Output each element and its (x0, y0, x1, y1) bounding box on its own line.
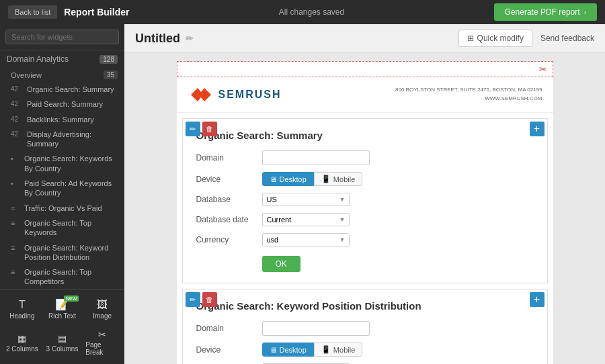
desktop-icon: 🖥 (270, 175, 277, 183)
mobile-icon: 📱 (321, 345, 331, 354)
sidebar-item-top-competitors[interactable]: ≡ Organic Search: Top Competitors (0, 265, 124, 289)
sidebar-section-domain-analytics[interactable]: Domain Analytics 128 (0, 50, 124, 68)
sidebar-item-paid-ad-keywords[interactable]: • Paid Search: Ad Keywords By Country (0, 176, 124, 201)
sidebar-item-paid-search-summary[interactable]: 42 Paid Search: Summary (0, 97, 124, 111)
widget-1-currency-select-wrap: usdeurgbp ▼ (262, 233, 350, 246)
widget-1-desktop-button[interactable]: 🖥 Desktop (262, 172, 314, 186)
sidebar: Domain Analytics 128 Overview 35 42 Orga… (0, 24, 124, 364)
widget-block-2: ✏ 🗑 + Organic Search: Keyword Position D… (182, 289, 548, 364)
widget-1-actions: ✏ 🗑 (186, 122, 217, 136)
item-label: Organic Search: Summary (27, 85, 114, 94)
quick-modify-button[interactable]: ⊞ Quick modify (458, 30, 532, 47)
sidebar-bottom-widgets: T Heading NEW 📝 Rich Text 🖼 Image ▦ 2 Co… (0, 289, 124, 364)
item-label: Organic Search: Top Keywords (24, 218, 118, 238)
back-to-list-button[interactable]: Back to list (8, 5, 57, 19)
widget-1-database-label: Database (196, 195, 257, 204)
widget-2-delete-button[interactable]: 🗑 (202, 292, 217, 307)
rich-text-widget-button[interactable]: NEW 📝 Rich Text (43, 294, 82, 324)
widget-2-add-button[interactable]: + (530, 292, 544, 307)
logo-svg (188, 85, 214, 104)
edit-title-icon[interactable]: ✏ (186, 33, 194, 44)
sidebar-item-keyword-position[interactable]: ≡ Organic Search: Keyword Position Distr… (0, 240, 124, 265)
three-columns-widget-button[interactable]: ▤ 3 Columns (43, 325, 82, 360)
widget-1-ok-button[interactable]: OK (262, 256, 300, 272)
item-label: Paid Search: Summary (27, 99, 103, 109)
widget-2-domain-row: Domain (196, 321, 534, 336)
item-label: Traffic: Organic Vs Paid (24, 203, 102, 213)
generate-pdf-button[interactable]: Generate PDF report › (494, 3, 597, 21)
canvas-area: ✂ SEMRUSH 800 BOYLSTON STREET, SUITE 247… (124, 53, 605, 364)
sidebar-subsection-overview[interactable]: Overview 35 (0, 68, 124, 82)
sidebar-item-backlinks-summary[interactable]: 42 Backlinks: Summary (0, 112, 124, 127)
quick-modify-icon: ⊞ (467, 34, 474, 43)
generate-label: Generate PDF report (505, 7, 580, 17)
widget-1-edit-button[interactable]: ✏ (186, 122, 200, 136)
domain-analytics-label: Domain Analytics (7, 54, 69, 64)
two-columns-widget-button[interactable]: ▦ 2 Columns (3, 325, 42, 360)
logo-section: SEMRUSH 800 BOYLSTON STREET, SUITE 2475,… (177, 77, 553, 113)
mobile-label: Mobile (333, 175, 355, 183)
overview-label: Overview (11, 71, 42, 79)
page-title: Untitled (135, 32, 180, 46)
sidebar-item-top-keywords[interactable]: ≡ Organic Search: Top Keywords (0, 216, 124, 240)
widget-block-1: ✏ 🗑 + Organic Search: Summary Domain (182, 118, 548, 283)
two-columns-label: 2 Columns (6, 345, 38, 353)
widget-1-database-select-wrap: USUKCA ▼ (262, 193, 350, 206)
widget-1-delete-button[interactable]: 🗑 (202, 122, 217, 136)
sidebar-item-organic-search-summary[interactable]: 42 Organic Search: Summary (0, 82, 124, 97)
widget-1-currency-row: Currency usdeurgbp ▼ (196, 233, 534, 246)
overview-count: 35 (104, 71, 118, 79)
image-widget-button[interactable]: 🖼 Image (83, 294, 122, 324)
widget-2-edit-button[interactable]: ✏ (186, 292, 200, 307)
item-label: Organic Search: Top Competitors (24, 267, 118, 287)
two-columns-icon: ▦ (17, 333, 26, 344)
widget-1-database-row: Database USUKCA ▼ (196, 193, 534, 206)
topbar: Back to list Report Builder All changes … (0, 0, 605, 24)
widget-1-domain-row: Domain (196, 150, 534, 165)
widget-2-desktop-button[interactable]: 🖥 Desktop (262, 343, 314, 357)
content-header-left: Untitled ✏ (135, 32, 194, 46)
desktop-label: Desktop (280, 175, 307, 183)
widget-2-device-group: 🖥 Desktop 📱 Mobile (262, 343, 363, 357)
content-header: Untitled ✏ ⊞ Quick modify Send feedback (124, 24, 605, 53)
page-break-widget-button[interactable]: ✂ Page Break (83, 325, 122, 360)
desktop-label: Desktop (280, 346, 307, 354)
widget-2-device-label: Device (196, 345, 257, 355)
widget-2-add-area: + (530, 292, 544, 307)
widget-1-dbdate-label: Database date (196, 215, 257, 224)
chart-icon: ≈ (11, 204, 20, 212)
sidebar-item-traffic-organic-paid[interactable]: ≈ Traffic: Organic Vs Paid (0, 201, 124, 216)
widget-2-mobile-button[interactable]: 📱 Mobile (314, 343, 362, 357)
item-label: Display Advertising: Summary (27, 130, 118, 149)
sidebar-item-display-advertising[interactable]: 42 Display Advertising: Summary (0, 127, 124, 152)
search-input[interactable] (5, 30, 119, 44)
heading-widget-button[interactable]: T Heading (3, 294, 42, 324)
widget-1-device-group: 🖥 Desktop 📱 Mobile (262, 172, 363, 186)
logo-address: 800 BOYLSTON STREET, SUITE 2475, BOSTON,… (395, 86, 542, 103)
topbar-left: Back to list Report Builder (8, 5, 129, 19)
widget-1-database-select[interactable]: USUKCA (262, 193, 350, 206)
widget-1-domain-input[interactable] (262, 150, 370, 165)
widget-2-title: Organic Search: Keyword Position Distrib… (196, 300, 534, 312)
cut-line: ✂ (177, 61, 553, 77)
widget-1-content: Organic Search: Summary Domain Device 🖥 … (183, 119, 547, 283)
chevron-right-icon: › (584, 9, 586, 16)
report-page: ✂ SEMRUSH 800 BOYLSTON STREET, SUITE 247… (177, 61, 553, 364)
dot-icon: • (11, 154, 20, 163)
domain-analytics-count: 128 (99, 55, 118, 64)
widget-2-domain-input[interactable] (262, 321, 370, 336)
content-area: Untitled ✏ ⊞ Quick modify Send feedback … (124, 24, 605, 364)
sidebar-item-organic-keywords-country[interactable]: • Organic Search: Keywords By Country (0, 151, 124, 176)
item-num: 42 (11, 116, 23, 123)
widget-1-dbdate-select[interactable]: CurrentPrevious (262, 213, 350, 226)
page-break-icon: ✂ (98, 329, 106, 340)
widget-1-mobile-button[interactable]: 📱 Mobile (314, 172, 362, 186)
scissors-icon: ✂ (539, 64, 547, 75)
send-feedback-link[interactable]: Send feedback (540, 34, 594, 43)
widget-1-add-button[interactable]: + (530, 122, 544, 136)
widget-1-currency-select[interactable]: usdeurgbp (262, 233, 350, 246)
widget-1-domain-label: Domain (196, 153, 257, 163)
item-num: 42 (11, 85, 23, 93)
widget-2-actions: ✏ 🗑 (186, 292, 217, 307)
widget-1-dbdate-row: Database date CurrentPrevious ▼ (196, 213, 534, 226)
